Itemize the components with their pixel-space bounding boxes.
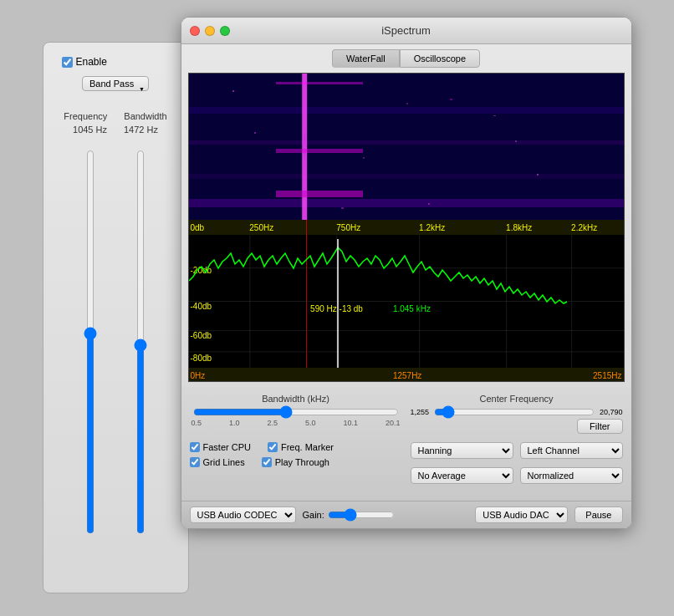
svg-rect-4 — [189, 174, 624, 179]
play-through-checkbox[interactable] — [262, 457, 272, 467]
freq-axis-top: 0db 250Hz 750Hz 1.2kHz 1.8kHz 2.2kHz — [189, 220, 624, 235]
svg-rect-14 — [363, 157, 365, 159]
tab-bar: WaterFall Oscilloscope — [181, 44, 631, 68]
minimize-button[interactable] — [205, 26, 215, 36]
center-freq-label: Center Frequency — [411, 394, 623, 404]
grid-svg — [189, 235, 624, 368]
svg-rect-20 — [428, 203, 430, 205]
center-freq-min: 1,255 — [411, 408, 430, 416]
controls-section: Bandwidth (kHz) 0.5 1.0 2.5 5.0 10.1 20.… — [181, 387, 631, 501]
svg-rect-7 — [302, 74, 312, 220]
normalized-select[interactable]: Normalized Linear Log — [520, 467, 623, 484]
svg-rect-11 — [232, 90, 234, 92]
enable-label: Enable — [76, 56, 107, 68]
tab-waterfall[interactable]: WaterFall — [332, 49, 400, 68]
label-250hz: 250Hz — [249, 223, 273, 232]
window-controls — [190, 26, 230, 36]
freq-marker-label: Freq. Marker — [281, 442, 334, 452]
center-freq-slider[interactable] — [434, 405, 595, 419]
svg-rect-0 — [189, 74, 624, 220]
svg-rect-5 — [189, 199, 624, 207]
bandwidth-value: 1472 Hz — [124, 125, 158, 135]
filter-button[interactable]: Filter — [577, 419, 622, 434]
svg-rect-3 — [189, 140, 624, 145]
grid-lines-label: Grid Lines — [203, 457, 245, 467]
svg-rect-18 — [341, 207, 344, 209]
freq-marker-item: Freq. Marker — [268, 442, 334, 452]
svg-rect-2 — [189, 107, 624, 114]
enable-checkbox[interactable] — [62, 57, 73, 68]
faster-cpu-checkbox[interactable] — [190, 442, 200, 452]
bandwidth-label-left: Bandwidth — [124, 111, 166, 121]
bandwidth-slider-h[interactable] — [193, 405, 399, 419]
svg-rect-10 — [276, 191, 363, 197]
play-through-item: Play Through — [262, 457, 329, 467]
grid-lines-checkbox[interactable] — [190, 457, 200, 467]
waterfall-section — [189, 74, 624, 220]
freq-marker-checkbox[interactable] — [268, 442, 278, 452]
gain-label: Gain: — [303, 510, 324, 520]
band-pass-select[interactable]: Band Pass Low Pass High Pass — [82, 76, 149, 91]
spectrum-section: 0db 250Hz 750Hz 1.2kHz 1.8kHz 2.2kHz -20… — [189, 220, 624, 382]
label-1-8khz: 1.8kHz — [506, 223, 532, 232]
bottom-freq-bar: 0Hz 1257Hz 2515Hz — [189, 368, 624, 382]
left-filter-panel: Enable Band Pass Low Pass High Pass Freq… — [43, 42, 189, 593]
main-window: iSpectrum WaterFall Oscilloscope — [181, 17, 632, 529]
spectrum-display: 0db 250Hz 750Hz 1.2kHz 1.8kHz 2.2kHz -20… — [188, 73, 625, 382]
bottom-bar: USB Audio CODEC Gain: USB Audio DAC Paus… — [181, 501, 631, 528]
gain-slider[interactable] — [328, 509, 395, 521]
bandwidth-group: Bandwidth (kHz) 0.5 1.0 2.5 5.0 10.1 20.… — [190, 394, 402, 437]
pause-button[interactable]: Pause — [574, 507, 622, 523]
titlebar: iSpectrum — [181, 18, 631, 44]
bandwidth-group-label: Bandwidth (kHz) — [190, 394, 402, 404]
svg-rect-8 — [276, 82, 363, 84]
filter-row: Filter — [411, 419, 623, 434]
label-0db: 0db — [191, 223, 205, 232]
channel-select[interactable]: Left Channel Right Channel — [520, 442, 623, 459]
dropdowns-row-1: Hanning Hamming Blackman Left Channel Ri… — [411, 442, 623, 459]
svg-rect-16 — [450, 99, 452, 100]
bandwidth-row: Bandwidth (kHz) 0.5 1.0 2.5 5.0 10.1 20.… — [190, 394, 623, 437]
gain-row: Gain: — [303, 509, 469, 521]
tab-oscilloscope[interactable]: Oscilloscope — [400, 49, 480, 68]
bandwidth-ticks: 0.5 1.0 2.5 5.0 10.1 20.1 — [190, 419, 402, 427]
frequency-slider-track — [82, 150, 99, 579]
label-750hz: 750Hz — [336, 223, 360, 232]
checkboxes-row-1: Faster CPU Freq. Marker — [190, 442, 402, 452]
svg-rect-15 — [537, 174, 539, 176]
frequency-label: Frequency — [64, 111, 107, 121]
svg-rect-17 — [254, 132, 256, 134]
label-1257hz: 1257Hz — [393, 371, 421, 380]
play-through-label: Play Through — [275, 457, 329, 467]
waterfall-svg — [189, 74, 624, 220]
input-device-select[interactable]: USB Audio CODEC — [190, 507, 296, 523]
label-0hz: 0Hz — [191, 371, 206, 380]
center-freq-group: Center Frequency 1,255 20,790 Filter — [411, 394, 623, 437]
checkboxes-row-2: Grid Lines Play Through — [190, 457, 402, 467]
label-2515hz: 2515Hz — [593, 371, 621, 380]
svg-rect-9 — [276, 149, 363, 153]
frequency-value: 1045 Hz — [73, 125, 107, 135]
bandwidth-slider[interactable] — [132, 150, 149, 534]
output-device-select[interactable]: USB Audio DAC — [475, 507, 568, 523]
label-2-2khz: 2.2kHz — [571, 223, 597, 232]
center-freq-max: 20,790 — [600, 408, 623, 416]
average-select[interactable]: No Average 2x 4x — [411, 467, 513, 484]
svg-rect-12 — [406, 103, 408, 104]
label-1-2khz: 1.2kHz — [419, 223, 445, 232]
close-button[interactable] — [190, 26, 200, 36]
bandwidth-slider-track — [132, 150, 149, 579]
maximize-button[interactable] — [220, 26, 230, 36]
window-function-select[interactable]: Hanning Hamming Blackman — [411, 442, 513, 459]
grid-lines-item: Grid Lines — [190, 457, 245, 467]
faster-cpu-item: Faster CPU — [190, 442, 251, 452]
frequency-slider[interactable] — [82, 150, 99, 534]
svg-rect-19 — [515, 140, 517, 142]
faster-cpu-label: Faster CPU — [203, 442, 251, 452]
dropdowns-row-2: No Average 2x 4x Normalized Linear Log — [411, 467, 623, 484]
svg-rect-13 — [493, 115, 496, 116]
window-title: iSpectrum — [381, 24, 431, 37]
